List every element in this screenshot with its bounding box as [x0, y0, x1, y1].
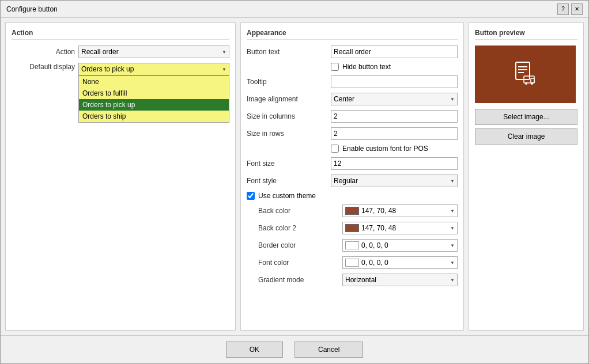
font-color-swatch — [345, 259, 359, 267]
image-alignment-row: Image alignment Center ▼ — [247, 93, 458, 105]
custom-font-checkbox[interactable] — [331, 145, 339, 153]
border-color-select[interactable]: 0, 0, 0, 0 ▼ — [342, 239, 458, 252]
size-rows-control: 2 — [331, 127, 458, 140]
default-display-label: Default display — [12, 63, 75, 71]
font-size-label: Font size — [247, 160, 327, 168]
button-text-input[interactable]: Recall order — [334, 48, 455, 56]
default-display-dropdown-list: None Orders to fulfill Orders to pick up… — [78, 75, 229, 123]
action-panel-header: Action — [12, 29, 229, 40]
image-alignment-label: Image alignment — [247, 95, 327, 103]
back-color-value: 147, 70, 48 — [361, 207, 396, 215]
gradient-mode-select[interactable]: Horizontal ▼ — [342, 274, 458, 286]
dropdown-item-none[interactable]: None — [79, 76, 229, 88]
ok-button[interactable]: OK — [226, 342, 283, 358]
button-text-label: Button text — [247, 48, 327, 56]
font-size-row: Font size 12 — [247, 157, 458, 170]
back-color2-arrow: ▼ — [450, 226, 455, 231]
size-columns-control: 2 — [331, 110, 458, 123]
custom-theme-row: Use custom theme — [247, 192, 458, 200]
title-bar: Configure button ? ✕ — [1, 1, 588, 18]
back-color-select[interactable]: 147, 70, 48 ▼ — [342, 204, 458, 217]
button-text-control: Recall order — [331, 46, 458, 58]
action-select[interactable]: Recall order ▼ — [78, 46, 229, 58]
custom-theme-checkbox[interactable] — [247, 192, 255, 200]
default-display-value: Orders to pick up — [81, 65, 134, 73]
close-button[interactable]: ✕ — [571, 3, 583, 15]
help-button[interactable]: ? — [557, 3, 569, 15]
action-dropdown-container: Recall order ▼ — [78, 46, 229, 58]
font-color-select[interactable]: 0, 0, 0, 0 ▼ — [342, 256, 458, 269]
hide-button-text-row: Hide button text — [247, 63, 458, 71]
dropdown-item-ship[interactable]: Orders to ship — [79, 111, 229, 122]
hide-button-text-checkbox[interactable] — [331, 63, 339, 71]
gradient-mode-value: Horizontal — [345, 276, 376, 284]
font-color-row: Font color 0, 0, 0, 0 ▼ — [247, 256, 458, 269]
font-style-label: Font style — [247, 177, 327, 185]
default-display-dropdown-container: Orders to pick up ▼ None Orders to fulfi… — [78, 63, 229, 75]
svg-rect-0 — [516, 62, 530, 79]
back-color2-swatch — [345, 224, 359, 232]
back-color-arrow: ▼ — [450, 208, 455, 214]
title-bar-left: Configure button — [6, 5, 58, 13]
custom-font-label: Enable custom font for POS — [342, 145, 428, 153]
configure-button-dialog: Configure button ? ✕ Action Action Recal… — [0, 0, 589, 364]
font-color-label: Font color — [258, 259, 339, 267]
dropdown-item-pickup[interactable]: Orders to pick up — [79, 99, 229, 111]
back-color2-row: Back color 2 147, 70, 48 ▼ — [247, 222, 458, 234]
clear-image-button[interactable]: Clear image — [475, 128, 577, 145]
dialog-body: Action Action Recall order ▼ Default dis… — [1, 18, 588, 335]
border-color-value: 0, 0, 0, 0 — [361, 241, 388, 249]
default-display-select[interactable]: Orders to pick up ▼ — [78, 63, 229, 75]
title-bar-right: ? ✕ — [557, 3, 583, 15]
font-style-row: Font style Regular ▼ — [247, 175, 458, 187]
tooltip-label: Tooltip — [247, 78, 327, 86]
svg-point-6 — [525, 82, 527, 85]
dialog-title: Configure button — [6, 5, 58, 13]
svg-rect-5 — [531, 78, 534, 83]
tooltip-control — [331, 75, 458, 88]
font-style-arrow: ▼ — [450, 179, 455, 184]
hide-button-text-label: Hide button text — [342, 63, 391, 71]
font-style-select[interactable]: Regular ▼ — [331, 175, 458, 187]
gradient-mode-label: Gradient mode — [258, 276, 339, 284]
image-alignment-value: Center — [334, 95, 354, 103]
select-image-button[interactable]: Select image... — [475, 109, 577, 125]
image-alignment-arrow: ▼ — [450, 97, 455, 102]
font-size-control: 12 — [331, 157, 458, 170]
action-label: Action — [12, 48, 75, 56]
border-color-arrow: ▼ — [450, 243, 455, 248]
default-display-arrow: ▼ — [222, 67, 226, 72]
appearance-panel: Appearance Button text Recall order Hide… — [240, 22, 464, 331]
gradient-mode-row: Gradient mode Horizontal ▼ — [247, 274, 458, 286]
dialog-footer: OK Cancel — [1, 335, 588, 363]
font-color-value: 0, 0, 0, 0 — [361, 259, 388, 267]
border-color-label: Border color — [258, 241, 339, 249]
border-color-row: Border color 0, 0, 0, 0 ▼ — [247, 239, 458, 252]
tooltip-input[interactable] — [334, 78, 455, 86]
custom-theme-label: Use custom theme — [258, 192, 316, 200]
size-rows-row: Size in rows 2 — [247, 127, 458, 140]
font-style-value: Regular — [334, 177, 358, 185]
border-color-swatch — [345, 241, 359, 249]
back-color-row: Back color 147, 70, 48 ▼ — [247, 204, 458, 217]
button-preview-box — [475, 46, 576, 103]
back-color-label: Back color — [258, 207, 339, 215]
font-size-input[interactable]: 12 — [334, 160, 455, 168]
default-display-row: Default display Orders to pick up ▼ None… — [12, 63, 229, 75]
size-rows-input[interactable]: 2 — [334, 130, 455, 138]
gradient-mode-arrow: ▼ — [450, 278, 455, 283]
back-color2-select[interactable]: 147, 70, 48 ▼ — [342, 222, 458, 234]
button-text-row: Button text Recall order — [247, 46, 458, 58]
action-select-value: Recall order — [81, 48, 119, 56]
preview-panel-header: Button preview — [475, 29, 577, 40]
back-color2-value: 147, 70, 48 — [361, 224, 396, 232]
preview-icon — [511, 60, 540, 89]
dropdown-item-fulfill[interactable]: Orders to fulfill — [79, 88, 229, 99]
action-panel: Action Action Recall order ▼ Default dis… — [5, 22, 236, 331]
size-columns-input[interactable]: 2 — [334, 112, 455, 120]
action-select-arrow: ▼ — [222, 50, 226, 55]
back-color-swatch — [345, 207, 359, 215]
svg-point-7 — [531, 82, 533, 85]
image-alignment-select[interactable]: Center ▼ — [331, 93, 458, 105]
cancel-button[interactable]: Cancel — [294, 342, 363, 358]
